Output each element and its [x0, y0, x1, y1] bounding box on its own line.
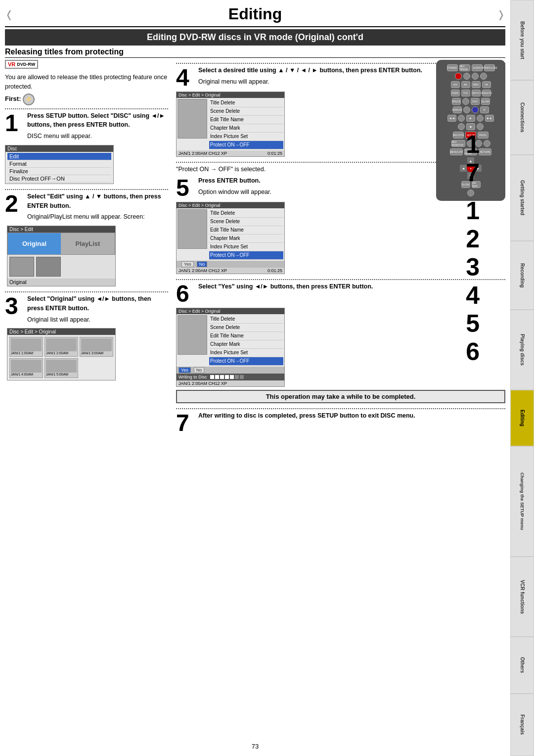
progress-block-4 [225, 375, 229, 379]
remote-ff-btn[interactable]: ►► [485, 115, 494, 122]
screen-6-chapter-mark: Chapter Mark [209, 340, 283, 349]
screen-4-items: Title Delete Scene Delete Edit Title Nam… [177, 98, 284, 150]
step-1-screen: Disc Edit Format Finalize Disc Protect O… [5, 145, 114, 184]
remote-circle-4[interactable] [480, 73, 487, 80]
remote-videotv-btn[interactable]: VIDEO/TV [482, 90, 491, 96]
remote-display-row: DISPLAY H [439, 106, 502, 113]
thumb-cell-3: JAN/1 3:00AM [80, 337, 113, 357]
dots-line-2 [5, 189, 168, 190]
screen-6-confirm: Yes No [177, 367, 284, 374]
remote-mno-btn[interactable]: MNO [472, 81, 481, 88]
remote-open-close-btn[interactable]: OPEN/CLOSE [484, 64, 495, 71]
remote-wxyz-btn[interactable]: WXYZ [472, 90, 481, 96]
remote-audio-btn[interactable]: AUDIO [472, 64, 483, 71]
step-4-number: 4 [176, 66, 198, 90]
remote-circle-9[interactable] [477, 115, 484, 122]
remote-jkl-btn[interactable]: JKL [461, 81, 470, 88]
remote-stop-btn[interactable]: ■ [466, 123, 475, 130]
thumb-label-2: JAN/1 2:00AM [46, 351, 68, 355]
playlist-button[interactable]: PlayList [61, 233, 115, 254]
remote-circle-2[interactable] [463, 73, 470, 80]
screen-item-finalize: Finalize [7, 168, 111, 175]
remote-menulist-btn[interactable]: MENU/LIST [450, 148, 463, 155]
confirm-yes-btn[interactable]: Yes [181, 261, 194, 267]
remote-circle-6[interactable] [463, 106, 470, 113]
remote-tuv-btn[interactable]: TUV [461, 90, 470, 96]
remote-ghi-btn[interactable]: GHI [451, 81, 460, 88]
step-2-block: 2 Select "Edit" using ▲ / ▼ buttons, the… [5, 189, 168, 286]
screen-6-no-btn[interactable]: No [194, 367, 205, 373]
step-5-text: Press ENTER button. [198, 176, 271, 186]
remote-ok-btn[interactable]: OK [482, 81, 491, 88]
screen-5-menu-chapter-mark: Chapter Mark [209, 235, 283, 243]
remote-circle-10[interactable] [458, 123, 465, 130]
sidebar-tab-vcr-functions[interactable]: VCR functions [510, 557, 534, 637]
screen-2-header: Disc > Edit [7, 226, 115, 233]
page-title-bar: ❬ Editing ❭ [5, 0, 505, 27]
step-2-number: 2 [5, 192, 27, 216]
step-3-thumbnail-grid: JAN/1 1:00AM JAN/1 2:00AM JAN/1 3:00AM [7, 335, 115, 380]
step-7-number: 7 [176, 411, 198, 435]
step-5-sub: Option window will appear. [198, 188, 271, 197]
sidebar-tab-connections[interactable]: Connections [510, 80, 534, 154]
remote-h-btn[interactable]: H [480, 106, 489, 113]
sidebar-tab-others[interactable]: Others [510, 637, 534, 693]
remote-space-btn[interactable]: SPACE [452, 98, 461, 105]
first-label: First: 📀 [5, 94, 35, 105]
remote-display-btn[interactable]: DISPLAY [453, 106, 462, 113]
remote-pqrs-btn[interactable]: PQRS [451, 90, 460, 96]
screen-4-path: Disc > Edit > Original [177, 92, 284, 98]
remote-return-btn[interactable]: RETURN [479, 148, 491, 155]
screen-2-thumbnails [7, 255, 115, 279]
remote-dvd-btn[interactable]: DVD [471, 98, 480, 105]
remote-circle-3[interactable] [472, 73, 479, 80]
remote-rec-otr-btn[interactable]: REC/OTR [453, 132, 464, 139]
sidebar-tab-before-you-start[interactable]: Before you start [510, 0, 534, 80]
screen-item-format: Format [7, 160, 111, 168]
remote-rewind-btn[interactable]: ◄◄ [447, 115, 456, 122]
chapter-numbers-right: 1 7 1 2 3 4 5 6 [466, 131, 480, 366]
thumb-label-3: JAN/1 3:00AM [81, 351, 103, 355]
remote-rec-speed-btn[interactable]: REC SPEED [459, 64, 470, 71]
screen-5-thumb [178, 209, 207, 249]
remote-play-btn[interactable]: ► [466, 115, 475, 122]
sidebar-tab-francais[interactable]: Français [510, 694, 534, 756]
remote-rec-monitor-btn[interactable]: REC MONITOR [451, 140, 465, 147]
progress-block-3 [220, 375, 224, 379]
remote-circle-11[interactable] [477, 123, 484, 130]
screen-4-menu-list: Title Delete Scene Delete Edit Title Nam… [208, 98, 284, 150]
step-2-screen: Disc > Edit Original PlayList Original [7, 226, 116, 286]
sidebar-tab-recording[interactable]: Recording [510, 241, 534, 309]
step-1-text: Press SETUP button. Select "DISC" using … [27, 111, 168, 130]
menu-item-edit-title-name: Edit Title Name [209, 116, 283, 124]
remote-circle-1[interactable] [455, 73, 462, 80]
screen-6-protect: Protect ON→OFF [209, 357, 283, 366]
screen-5-menu-edit-title: Edit Title Name [209, 226, 283, 235]
intro-text: You are allowed to release the titles pr… [5, 73, 168, 92]
sidebar-tab-playing-discs[interactable]: Playing discs [510, 310, 534, 390]
remote-power-btn[interactable]: POWER [447, 64, 458, 71]
section-header: Editing DVD-RW discs in VR mode (Origina… [5, 29, 505, 46]
thumb-img-1 [11, 338, 42, 351]
step-4-text: Select a desired title using ▲ / ▼ / ◄ /… [198, 66, 422, 75]
menu-item-scene-delete: Scene Delete [209, 107, 283, 116]
screen-5-menu-scene-delete: Scene Delete [209, 218, 283, 226]
remote-circle-5[interactable] [462, 98, 469, 105]
step-5-screen: Disc > Edit > Original Title Delete Scen… [176, 202, 285, 274]
confirm-no-btn[interactable]: No [197, 261, 208, 267]
sidebar-tab-getting-started[interactable]: Getting started [510, 155, 534, 241]
note-box: This operation may take a while to be co… [176, 390, 505, 403]
step-2-sub: Original/PlayList menu will appear. Scre… [27, 212, 168, 222]
sidebar-tab-editing[interactable]: Editing [510, 390, 534, 446]
remote-slow-btn[interactable]: SLOW [481, 98, 490, 105]
remote-circle-7[interactable] [472, 106, 479, 113]
screen-5-confirm: Yes No [177, 261, 284, 268]
writing-to-disc-label: Writing to Disc [178, 375, 207, 379]
thumb-img-5 [46, 360, 77, 373]
remote-circle-14[interactable] [484, 140, 490, 147]
original-button[interactable]: Original [8, 233, 61, 254]
screen-6-yes-btn[interactable]: Yes [178, 367, 191, 373]
sidebar-tab-changing-setup[interactable]: Changing the SETUP menu [510, 446, 534, 557]
remote-circle-8[interactable] [458, 115, 465, 122]
step-4-screen: Disc > Edit > Original Title Delete Scen… [176, 92, 285, 157]
